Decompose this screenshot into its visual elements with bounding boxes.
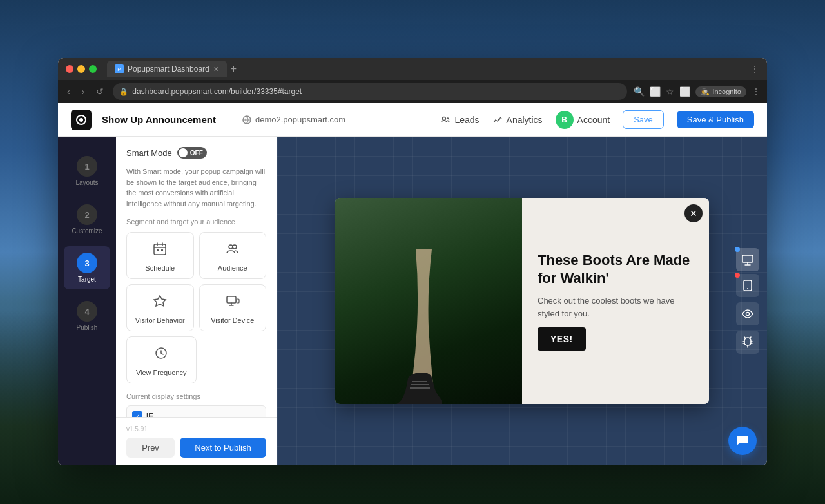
audience-icon xyxy=(226,242,240,259)
minimize-window-button[interactable] xyxy=(77,65,85,73)
visitor-device-label: Visitor Device xyxy=(211,316,254,324)
smart-mode-description: With Smart mode, your popup campaign wil… xyxy=(126,166,266,209)
visitor-behavior-icon xyxy=(153,294,167,311)
eye-icon xyxy=(742,308,753,320)
url-text: dashboard.popupsmart.com/builder/33335#t… xyxy=(132,87,302,96)
popup-subtitle: Check out the coolest boots we have styl… xyxy=(538,295,694,320)
browser-menu-icon[interactable]: ⋮ xyxy=(750,64,759,74)
save-button[interactable]: Save xyxy=(623,110,664,129)
tab-close-icon[interactable]: ✕ xyxy=(213,65,219,73)
account-nav-item[interactable]: B Account xyxy=(556,111,610,129)
step-4-circle: 4 xyxy=(77,301,97,322)
segment-audience[interactable]: Audience xyxy=(199,232,267,279)
maximize-window-button[interactable] xyxy=(89,65,97,73)
app-header: Show Up Announcement demo2.popupsmart.co… xyxy=(58,103,767,137)
analytics-label: Analytics xyxy=(507,115,543,125)
search-icon[interactable]: 🔍 xyxy=(634,86,645,97)
new-tab-button[interactable]: + xyxy=(227,63,240,75)
desktop-icon xyxy=(742,254,753,266)
popup-content: These Boots Are Made for Walkin' Check o… xyxy=(522,198,709,404)
view-frequency-icon xyxy=(154,346,168,363)
chat-icon xyxy=(735,434,750,448)
step-4-label: Publish xyxy=(77,324,98,331)
step-target[interactable]: 3 Target xyxy=(64,246,110,289)
preview-button[interactable] xyxy=(736,302,759,325)
tab-title: Popupsmart Dashboard xyxy=(128,64,209,73)
step-2-circle: 2 xyxy=(77,204,97,225)
visitor-device-icon xyxy=(226,294,240,311)
url-box[interactable]: 🔒 dashboard.popupsmart.com/builder/33335… xyxy=(113,83,627,100)
analytics-nav-item[interactable]: Analytics xyxy=(492,115,543,125)
cast-icon[interactable]: ⬜ xyxy=(650,86,661,97)
popup-close-button[interactable]: ✕ xyxy=(684,204,703,222)
header-url: demo2.popupsmart.com xyxy=(242,115,345,124)
browser-topbar: P Popupsmart Dashboard ✕ + ⋮ xyxy=(58,58,767,80)
profile-icon[interactable]: ⬜ xyxy=(679,86,690,97)
mobile-view-button[interactable] xyxy=(736,274,759,297)
header-nav: Leads Analytics B Account Save Save & Pu… xyxy=(440,110,754,129)
close-window-button[interactable] xyxy=(66,65,73,73)
tab-bar: P Popupsmart Dashboard ✕ + xyxy=(107,61,745,77)
targeting-panel: Smart Mode OFF With Smart mode, your pop… xyxy=(116,137,277,465)
leads-icon xyxy=(440,115,451,125)
svg-rect-15 xyxy=(742,255,753,262)
bookmark-icon[interactable]: ☆ xyxy=(666,86,674,97)
app-logo xyxy=(71,110,92,130)
popup-cta-button[interactable]: YES! xyxy=(538,327,586,351)
popup-title: These Boots Are Made for Walkin' xyxy=(538,251,694,287)
chat-widget[interactable] xyxy=(728,427,757,455)
next-to-publish-button[interactable]: Next to Publish xyxy=(180,438,266,458)
segment-visitor-behavior[interactable]: Visitor Behavior xyxy=(126,284,194,331)
step-layouts[interactable]: 1 Layouts xyxy=(64,150,110,193)
view-frequency-row: View Frequency xyxy=(126,336,266,383)
forward-button[interactable]: › xyxy=(79,85,88,98)
incognito-badge: 🕵 Incognito xyxy=(695,86,746,97)
right-toolbar xyxy=(736,248,759,354)
back-button[interactable]: ‹ xyxy=(64,85,73,98)
segment-view-frequency[interactable]: View Frequency xyxy=(126,336,197,383)
smart-mode-row: Smart Mode OFF xyxy=(126,147,266,159)
step-publish[interactable]: 4 Publish xyxy=(64,295,110,338)
incognito-icon: 🕵 xyxy=(701,88,710,96)
step-1-label: Layouts xyxy=(75,179,98,186)
prev-button[interactable]: Prev xyxy=(126,438,175,458)
step-customize[interactable]: 2 Customize xyxy=(64,198,110,241)
segment-visitor-device[interactable]: Visitor Device xyxy=(199,284,267,331)
debug-button[interactable] xyxy=(736,331,759,354)
panel-inner: Smart Mode OFF With Smart mode, your pop… xyxy=(116,137,277,417)
svg-rect-6 xyxy=(161,249,163,251)
leads-nav-item[interactable]: Leads xyxy=(440,115,479,125)
bug-icon xyxy=(742,336,753,348)
segment-schedule[interactable]: Schedule xyxy=(126,232,194,279)
step-3-circle: 3 xyxy=(77,253,97,273)
schedule-label: Schedule xyxy=(145,264,175,272)
settings-if-label: IF xyxy=(146,412,153,417)
segment-grid: Schedule Audience xyxy=(126,232,266,331)
more-icon[interactable]: ⋮ xyxy=(752,86,761,97)
current-settings-title: Current display settings xyxy=(126,393,266,400)
segment-title: Segment and target your audience xyxy=(126,218,266,226)
svg-point-7 xyxy=(229,245,233,249)
refresh-button[interactable]: ↺ xyxy=(93,85,106,98)
svg-point-18 xyxy=(746,313,750,316)
account-label: Account xyxy=(578,115,610,125)
incognito-label: Incognito xyxy=(712,88,741,95)
traffic-lights xyxy=(66,65,97,73)
browser-window: P Popupsmart Dashboard ✕ + ⋮ ‹ › ↺ 🔒 das… xyxy=(58,58,767,465)
svg-rect-5 xyxy=(157,249,159,251)
lock-icon: 🔒 xyxy=(119,88,128,96)
step-1-circle: 1 xyxy=(77,156,97,177)
app: Show Up Announcement demo2.popupsmart.co… xyxy=(58,103,767,465)
svg-rect-10 xyxy=(237,299,239,303)
desktop-active-indicator xyxy=(735,247,740,252)
site-url: demo2.popupsmart.com xyxy=(255,115,345,124)
sidebar-steps: 1 Layouts 2 Customize 3 Target 4 Publish xyxy=(58,137,116,465)
desktop-view-button[interactable] xyxy=(736,248,759,271)
app-title: Show Up Announcement xyxy=(102,114,216,125)
popup-preview: These Boots Are Made for Walkin' Check o… xyxy=(335,198,709,404)
settings-check-icon: ✓ xyxy=(132,411,142,417)
save-publish-button[interactable]: Save & Publish xyxy=(677,111,754,128)
smart-mode-toggle[interactable]: OFF xyxy=(177,147,207,159)
browser-tab[interactable]: P Popupsmart Dashboard ✕ xyxy=(107,61,227,77)
visitor-behavior-label: Visitor Behavior xyxy=(135,316,185,324)
